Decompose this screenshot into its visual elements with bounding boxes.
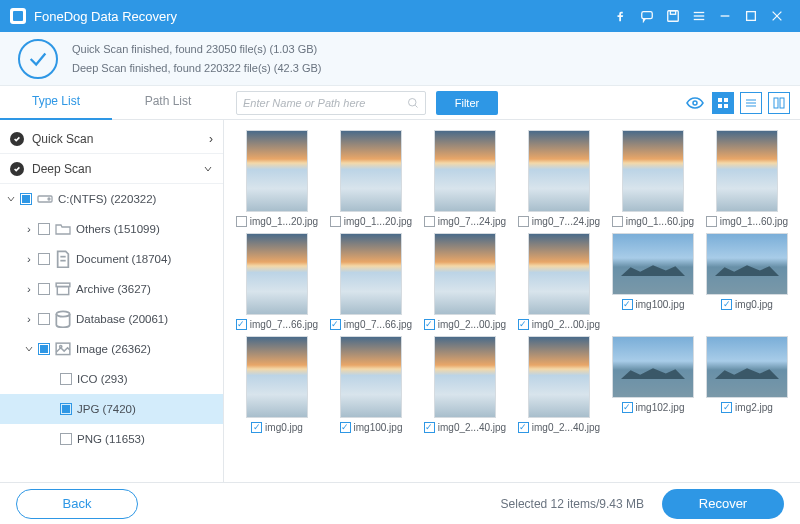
tree-archive[interactable]: › Archive (3627)	[0, 274, 223, 304]
minimize-icon[interactable]	[712, 3, 738, 29]
tree-database[interactable]: › Database (20061)	[0, 304, 223, 334]
checkbox[interactable]	[330, 319, 341, 330]
checkbox[interactable]	[424, 216, 435, 227]
back-button[interactable]: Back	[16, 489, 138, 519]
checkbox[interactable]	[60, 373, 72, 385]
checkbox[interactable]	[518, 319, 529, 330]
thumbnail-image[interactable]	[340, 233, 402, 315]
thumbnail-image[interactable]	[434, 233, 496, 315]
thumbnail-image[interactable]	[706, 336, 788, 398]
file-thumb[interactable]: img100.jpg	[608, 233, 698, 330]
checkbox[interactable]	[38, 253, 50, 265]
thumbnail-image[interactable]	[246, 336, 308, 418]
quick-scan-row[interactable]: Quick Scan ›	[0, 124, 223, 154]
checkbox[interactable]	[60, 433, 72, 445]
thumbnail-image[interactable]	[612, 336, 694, 398]
checkbox[interactable]	[721, 402, 732, 413]
checkbox[interactable]	[38, 343, 50, 355]
tab-type-list[interactable]: Type List	[0, 85, 112, 120]
maximize-icon[interactable]	[738, 3, 764, 29]
tree-document[interactable]: › Document (18704)	[0, 244, 223, 274]
checkbox[interactable]	[20, 193, 32, 205]
file-thumb[interactable]: img0_1...60.jpg	[608, 130, 698, 227]
expand-icon[interactable]: ›	[22, 283, 36, 295]
tree-jpg[interactable]: JPG (7420)	[0, 394, 223, 424]
file-thumb[interactable]: img0_7...66.jpg	[232, 233, 322, 330]
tree-png[interactable]: PNG (11653)	[0, 424, 223, 454]
checkbox[interactable]	[612, 216, 623, 227]
collapse-icon[interactable]	[22, 345, 36, 353]
expand-icon[interactable]: ›	[22, 313, 36, 325]
file-thumb[interactable]: img0.jpg	[232, 336, 322, 433]
tree-drive[interactable]: C:(NTFS) (220322)	[0, 184, 223, 214]
file-thumb[interactable]: img0_2...40.jpg	[420, 336, 510, 433]
feedback-icon[interactable]	[634, 3, 660, 29]
filter-button[interactable]: Filter	[436, 91, 498, 115]
close-icon[interactable]	[764, 3, 790, 29]
view-list-button[interactable]	[740, 92, 762, 114]
save-icon[interactable]	[660, 3, 686, 29]
checkbox[interactable]	[340, 422, 351, 433]
menu-icon[interactable]	[686, 3, 712, 29]
file-thumb[interactable]: img2.jpg	[702, 336, 792, 433]
checkbox[interactable]	[721, 299, 732, 310]
checkbox[interactable]	[706, 216, 717, 227]
recover-button[interactable]: Recover	[662, 489, 784, 519]
checkbox[interactable]	[38, 223, 50, 235]
thumbnail-image[interactable]	[528, 130, 590, 212]
checkbox[interactable]	[622, 402, 633, 413]
deep-scan-row[interactable]: Deep Scan	[0, 154, 223, 184]
checkbox[interactable]	[518, 422, 529, 433]
thumbnail-image[interactable]	[340, 336, 402, 418]
file-thumb[interactable]: img0_2...00.jpg	[514, 233, 604, 330]
checkbox[interactable]	[60, 403, 72, 415]
view-large-grid-button[interactable]	[712, 92, 734, 114]
expand-icon[interactable]: ›	[22, 253, 36, 265]
expand-icon[interactable]: ›	[22, 223, 36, 235]
facebook-icon[interactable]	[608, 3, 634, 29]
checkbox[interactable]	[424, 422, 435, 433]
checkbox[interactable]	[38, 283, 50, 295]
file-thumb[interactable]: img0.jpg	[702, 233, 792, 330]
file-thumb[interactable]: img0_1...60.jpg	[702, 130, 792, 227]
thumbnail-image[interactable]	[706, 233, 788, 295]
checkbox[interactable]	[330, 216, 341, 227]
checkbox[interactable]	[251, 422, 262, 433]
file-thumb[interactable]: img0_2...40.jpg	[514, 336, 604, 433]
tree-image[interactable]: Image (26362)	[0, 334, 223, 364]
checkbox[interactable]	[236, 319, 247, 330]
thumbnail-image[interactable]	[246, 130, 308, 212]
image-icon	[55, 342, 71, 356]
search-input-wrap[interactable]	[236, 91, 426, 115]
thumbnail-image[interactable]	[612, 233, 694, 295]
file-thumb[interactable]: img0_7...24.jpg	[514, 130, 604, 227]
thumbnail-image[interactable]	[716, 130, 778, 212]
checkbox[interactable]	[622, 299, 633, 310]
tree-ico[interactable]: ICO (293)	[0, 364, 223, 394]
file-thumb[interactable]: img0_1...20.jpg	[326, 130, 416, 227]
collapse-icon[interactable]	[4, 195, 18, 203]
file-thumb[interactable]: img0_7...24.jpg	[420, 130, 510, 227]
view-detail-button[interactable]	[768, 92, 790, 114]
file-thumb[interactable]: img100.jpg	[326, 336, 416, 433]
file-thumb[interactable]: img0_7...66.jpg	[326, 233, 416, 330]
checkbox[interactable]	[424, 319, 435, 330]
checkbox[interactable]	[38, 313, 50, 325]
tab-path-list[interactable]: Path List	[112, 85, 224, 120]
preview-icon[interactable]	[684, 92, 706, 114]
file-thumb[interactable]: img0_2...00.jpg	[420, 233, 510, 330]
file-name: img102.jpg	[636, 402, 685, 413]
thumbnail-image[interactable]	[622, 130, 684, 212]
thumbnail-image[interactable]	[434, 130, 496, 212]
checkbox[interactable]	[236, 216, 247, 227]
thumbnail-image[interactable]	[340, 130, 402, 212]
search-input[interactable]	[243, 97, 407, 109]
thumbnail-image[interactable]	[528, 336, 590, 418]
thumbnail-image[interactable]	[434, 336, 496, 418]
file-thumb[interactable]: img102.jpg	[608, 336, 698, 433]
thumbnail-image[interactable]	[246, 233, 308, 315]
file-thumb[interactable]: img0_1...20.jpg	[232, 130, 322, 227]
thumbnail-image[interactable]	[528, 233, 590, 315]
tree-others[interactable]: › Others (151099)	[0, 214, 223, 244]
checkbox[interactable]	[518, 216, 529, 227]
